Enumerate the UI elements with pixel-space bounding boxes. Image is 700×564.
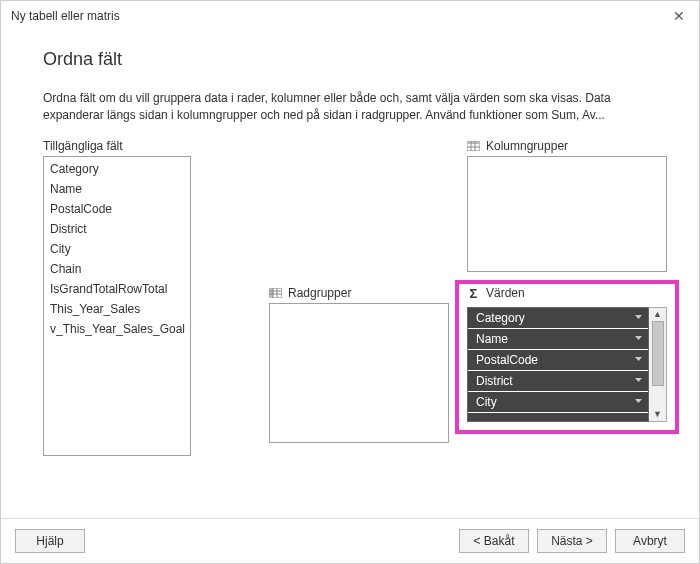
list-item[interactable]: Chain: [44, 259, 190, 279]
svg-rect-1: [467, 141, 480, 144]
values-scrollbar[interactable]: ▲ ▼: [649, 307, 667, 422]
dialog-footer: Hjälp < Bakåt Nästa > Avbryt: [1, 518, 699, 563]
value-label: Name: [476, 332, 508, 346]
list-item[interactable]: IsGrandTotalRowTotal: [44, 279, 190, 299]
value-label: PostalCode: [476, 353, 538, 367]
table-icon: [467, 141, 480, 151]
values-list[interactable]: Category Name PostalCode: [467, 307, 649, 422]
groups-section: Kolumngrupper: [269, 139, 671, 456]
close-icon[interactable]: ✕: [667, 6, 691, 26]
chevron-down-icon[interactable]: [635, 356, 642, 363]
value-item[interactable]: Category: [468, 308, 648, 329]
sigma-icon: Σ: [467, 286, 480, 301]
scroll-thumb[interactable]: [652, 321, 664, 386]
svg-rect-6: [269, 288, 273, 298]
column-groups-dropzone[interactable]: [467, 156, 667, 272]
values-label: Σ Värden: [459, 284, 675, 304]
list-item[interactable]: Name: [44, 179, 190, 199]
page-description: Ordna fält om du vill gruppera data i ra…: [43, 90, 671, 125]
row-groups-label: Radgrupper: [269, 286, 449, 300]
chevron-down-icon[interactable]: [635, 377, 642, 384]
cancel-button[interactable]: Avbryt: [615, 529, 685, 553]
chevron-down-icon[interactable]: [635, 398, 642, 405]
column-groups-text: Kolumngrupper: [486, 139, 568, 153]
row-groups-section: Radgrupper: [269, 286, 449, 443]
row-groups-text: Radgrupper: [288, 286, 351, 300]
value-item[interactable]: District: [468, 371, 648, 392]
values-text: Värden: [486, 286, 525, 300]
values-highlight: Σ Värden Category N: [455, 280, 679, 434]
row-groups-dropzone[interactable]: [269, 303, 449, 443]
value-item[interactable]: PostalCode: [468, 350, 648, 371]
list-item[interactable]: PostalCode: [44, 199, 190, 219]
scroll-down-icon[interactable]: ▼: [653, 410, 662, 419]
back-button[interactable]: < Bakåt: [459, 529, 529, 553]
list-item[interactable]: Category: [44, 159, 190, 179]
values-container: Category Name PostalCode: [467, 307, 667, 422]
next-button[interactable]: Nästa >: [537, 529, 607, 553]
chevron-down-icon[interactable]: [635, 335, 642, 342]
scroll-up-icon[interactable]: ▲: [653, 310, 662, 319]
value-label: District: [476, 374, 513, 388]
dialog-window: Ny tabell eller matris ✕ Ordna fält Ordn…: [0, 0, 700, 564]
value-item[interactable]: City: [468, 392, 648, 413]
available-fields-listbox[interactable]: Category Name PostalCode District City C…: [43, 156, 191, 456]
field-layout: Tillgängliga fält Category Name PostalCo…: [43, 139, 671, 456]
column-groups-section: Kolumngrupper: [467, 139, 667, 272]
list-item[interactable]: City: [44, 239, 190, 259]
help-button[interactable]: Hjälp: [15, 529, 85, 553]
dialog-content: Ordna fält Ordna fält om du vill grupper…: [1, 31, 699, 518]
list-item[interactable]: District: [44, 219, 190, 239]
window-title: Ny tabell eller matris: [11, 9, 120, 23]
value-item[interactable]: Name: [468, 329, 648, 350]
list-item[interactable]: This_Year_Sales: [44, 299, 190, 319]
value-label: City: [476, 395, 497, 409]
column-groups-label: Kolumngrupper: [467, 139, 667, 153]
list-item[interactable]: v_This_Year_Sales_Goal: [44, 319, 190, 339]
values-section: Σ Värden Category N: [467, 286, 667, 443]
value-item[interactable]: [468, 413, 648, 422]
footer-right: < Bakåt Nästa > Avbryt: [459, 529, 685, 553]
titlebar: Ny tabell eller matris ✕: [1, 1, 699, 31]
available-fields-section: Tillgängliga fält Category Name PostalCo…: [43, 139, 233, 456]
available-label: Tillgängliga fält: [43, 139, 233, 153]
value-label: Category: [476, 311, 525, 325]
table-icon: [269, 288, 282, 298]
page-title: Ordna fält: [43, 49, 671, 70]
groups-grid: Kolumngrupper: [269, 139, 671, 443]
chevron-down-icon[interactable]: [635, 314, 642, 321]
